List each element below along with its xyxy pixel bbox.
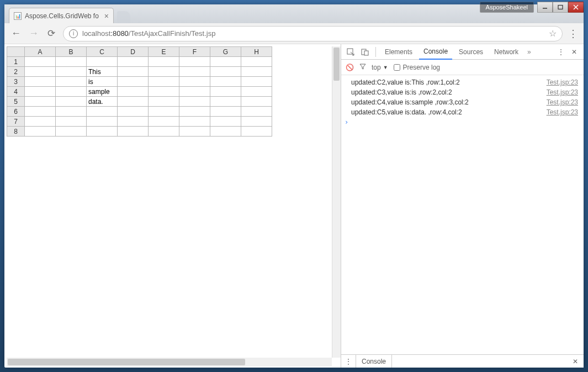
url-input[interactable]: i localhost:8080/TestAjaxCallFinish/Test… (63, 26, 563, 41)
scrollbar-thumb[interactable] (333, 48, 340, 81)
cell[interactable] (56, 87, 87, 97)
row-header[interactable]: 1 (7, 57, 25, 67)
cell[interactable] (241, 67, 272, 77)
cell[interactable] (56, 57, 87, 67)
cell[interactable] (25, 77, 56, 87)
cell[interactable] (149, 127, 179, 137)
cell[interactable] (149, 67, 179, 77)
cell[interactable] (210, 87, 241, 97)
devtools-close-icon[interactable]: ✕ (568, 46, 580, 57)
cell[interactable] (118, 67, 149, 77)
inspect-icon[interactable] (345, 46, 357, 57)
console-output[interactable]: updated:C2,value is:This ,row:1,col:2Tes… (341, 75, 584, 354)
cell[interactable]: This (87, 67, 118, 77)
cell[interactable] (118, 117, 149, 127)
cell[interactable] (87, 117, 118, 127)
cell[interactable] (25, 87, 56, 97)
cell[interactable] (179, 77, 210, 87)
preserve-log-checkbox[interactable]: Preserve log (394, 64, 440, 71)
cell[interactable] (210, 77, 241, 87)
drawer-menu-icon[interactable]: ⋮ (341, 358, 356, 365)
cell[interactable] (149, 87, 179, 97)
row-header[interactable]: 5 (7, 97, 25, 107)
cell[interactable] (87, 127, 118, 137)
column-header[interactable]: A (25, 47, 56, 57)
tab-close-icon[interactable]: × (104, 12, 109, 20)
column-header[interactable]: C (87, 47, 118, 57)
cell[interactable] (179, 117, 210, 127)
cell[interactable]: sample (87, 87, 118, 97)
row-header[interactable]: 3 (7, 77, 25, 87)
column-header[interactable]: F (179, 47, 210, 57)
cell[interactable] (241, 127, 272, 137)
clear-console-icon[interactable]: 🚫 (346, 64, 354, 71)
vertical-scrollbar[interactable] (332, 46, 341, 358)
cell[interactable] (118, 127, 149, 137)
cell[interactable] (118, 97, 149, 107)
row-header[interactable]: 6 (7, 107, 25, 117)
cell[interactable] (56, 77, 87, 87)
cell[interactable] (210, 57, 241, 67)
column-header[interactable]: D (118, 47, 149, 57)
spreadsheet-grid[interactable]: ABCDEFGH12This3is4sample5data.678 (7, 46, 272, 137)
filter-icon[interactable] (359, 63, 366, 71)
back-button[interactable] (10, 28, 22, 40)
bookmark-icon[interactable]: ☆ (549, 28, 557, 39)
cell[interactable] (179, 57, 210, 67)
cell[interactable] (210, 127, 241, 137)
horizontal-scrollbar[interactable] (7, 358, 332, 366)
devtools-menu-icon[interactable]: ⋮ (555, 46, 567, 57)
new-tab-button[interactable] (117, 11, 130, 23)
row-header[interactable]: 8 (7, 127, 25, 137)
window-minimize-button[interactable] (537, 2, 553, 13)
column-header[interactable]: G (210, 47, 241, 57)
cell[interactable] (25, 107, 56, 117)
cell[interactable] (179, 67, 210, 77)
cell[interactable] (179, 127, 210, 137)
cell[interactable] (210, 67, 241, 77)
tab-sources[interactable]: Sources (454, 44, 488, 60)
log-source-link[interactable]: Test.jsp:23 (547, 108, 578, 116)
cell[interactable] (56, 117, 87, 127)
cell[interactable] (87, 57, 118, 67)
device-mode-icon[interactable] (359, 46, 371, 57)
cell[interactable] (25, 67, 56, 77)
cell[interactable] (118, 107, 149, 117)
drawer-close-icon[interactable]: ✕ (567, 358, 584, 365)
cell[interactable] (241, 117, 272, 127)
cell[interactable] (210, 117, 241, 127)
cell[interactable] (179, 87, 210, 97)
log-source-link[interactable]: Test.jsp:23 (547, 88, 578, 96)
log-source-link[interactable]: Test.jsp:23 (547, 98, 578, 106)
cell[interactable] (56, 127, 87, 137)
cell[interactable] (87, 107, 118, 117)
scrollbar-thumb[interactable] (8, 359, 245, 365)
row-header[interactable]: 4 (7, 87, 25, 97)
console-prompt[interactable]: › (341, 117, 584, 127)
cell[interactable] (25, 117, 56, 127)
cell[interactable] (25, 127, 56, 137)
cell[interactable] (179, 97, 210, 107)
row-header[interactable]: 7 (7, 117, 25, 127)
cell[interactable] (118, 77, 149, 87)
cell[interactable] (149, 97, 179, 107)
cell[interactable] (241, 57, 272, 67)
cell[interactable] (149, 77, 179, 87)
site-info-icon[interactable]: i (69, 29, 78, 38)
cell[interactable] (241, 97, 272, 107)
drawer-tab-console[interactable]: Console (356, 355, 392, 368)
column-header[interactable]: E (149, 47, 179, 57)
row-header[interactable]: 2 (7, 67, 25, 77)
cell[interactable]: data. (87, 97, 118, 107)
tab-network[interactable]: Network (490, 44, 523, 60)
cell[interactable]: is (87, 77, 118, 87)
cell[interactable] (56, 107, 87, 117)
cell[interactable] (25, 57, 56, 67)
cell[interactable] (149, 57, 179, 67)
grid-corner[interactable] (7, 47, 25, 57)
window-maximize-button[interactable] (553, 2, 568, 13)
cell[interactable] (118, 57, 149, 67)
context-selector[interactable]: top ▼ (372, 64, 388, 71)
cell[interactable] (25, 97, 56, 107)
cell[interactable] (241, 87, 272, 97)
